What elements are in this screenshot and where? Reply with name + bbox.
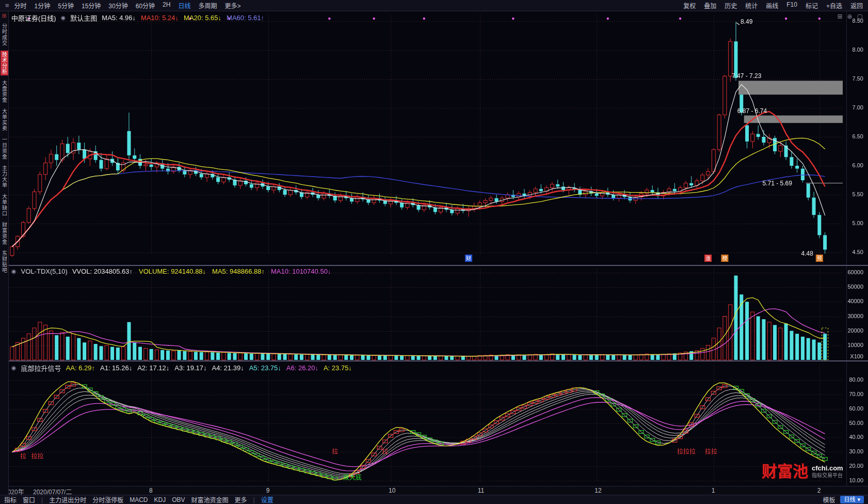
volume-axis-label: 60000 (847, 269, 863, 275)
price-axis-label: 7.50 (853, 75, 863, 82)
indicator-panel-header: ◉ 底部拉升信号 AA: 6.29↑A1: 15.26↓A2: 17.12↓A3… (11, 363, 352, 373)
legend-item-MA5: MA5: 948866.88↑ (212, 267, 265, 275)
menu-icon[interactable]: ≡ (5, 2, 9, 9)
indicator-name[interactable]: 底部拉升信号 (21, 363, 61, 373)
bottom-item-KDJ[interactable]: KDJ (154, 496, 166, 503)
bottom-item-财富池资金图[interactable]: 财富池资金图 (191, 495, 229, 504)
period-tab-30分钟[interactable]: 30分钟 (108, 1, 127, 10)
left-sidebar: ⊞分时成交技术分析大盘资金大单买卖一日资金主力大单大单缺口财富资金东财贴吧 (0, 11, 9, 495)
volume-legend: VVOL: 2034805.63↑VOLUME: 924140.88↓MA5: … (72, 267, 331, 275)
watermark-tagline: 指标交易平台 (812, 472, 843, 479)
period-select-badge[interactable]: 日线 ▾ (840, 496, 864, 503)
watermark: 财富池 cfchi.com 指标交易平台 (762, 463, 843, 480)
period-tab-60分钟[interactable]: 60分钟 (136, 1, 155, 10)
layout-grid-icon[interactable]: ⊞ (838, 13, 843, 20)
gear-icon[interactable]: ◉ (11, 268, 17, 275)
bottom-item-更多[interactable]: 更多 (235, 495, 247, 504)
legend-item-VVOL: VVOL: 2034805.63↑ (72, 267, 133, 275)
action-画线[interactable]: 画线 (766, 1, 778, 10)
toolbar-separator: | (41, 496, 43, 503)
template-button[interactable]: 模板 (823, 495, 835, 504)
bottom-item-MACD[interactable]: MACD (130, 496, 148, 503)
sidebar-item-技术分析[interactable]: 技术分析 (1, 51, 8, 75)
bottom-item-设置[interactable]: 设置 (261, 495, 274, 504)
price-axis-label: 4.50 (853, 249, 863, 255)
period-tab-5分钟[interactable]: 5分钟 (58, 1, 74, 10)
panel-divider[interactable] (0, 265, 868, 266)
month-label-8: 8 (149, 487, 153, 494)
sidebar-item-大单缺口[interactable]: 大单缺口 (1, 193, 8, 217)
top-toolbar: ≡ 分时1分钟5分钟15分钟30分钟60分钟2H日线多周期更多> 复权叠加历史统… (0, 0, 868, 11)
pane-action-icons: ⊞⊕▢ (838, 13, 863, 20)
app-root: ≡ 分时1分钟5分钟15分钟30分钟60分钟2H日线多周期更多> 复权叠加历史统… (0, 0, 868, 504)
maximize-icon[interactable]: ▢ (857, 13, 863, 20)
legend-item-A2: A2: 17.12↓ (137, 364, 169, 372)
indicator-axis-label: 20.00 (849, 463, 863, 469)
price-axis-label: 6.50 (853, 133, 863, 139)
action-F10[interactable]: F10 (786, 1, 797, 10)
month-label-12: 12 (594, 487, 601, 494)
month-label-11: 11 (478, 487, 484, 494)
sidebar-item-大单买卖[interactable]: 大单买卖 (1, 107, 8, 132)
panel-divider[interactable] (0, 360, 868, 361)
overlay-selector[interactable]: 默认主图 (70, 13, 97, 23)
bottom-item-主力进出分时[interactable]: 主力进出分时 (49, 495, 86, 504)
bottom-item-窗口[interactable]: 窗口 (23, 495, 35, 504)
period-tab-分时[interactable]: 分时 (14, 1, 27, 10)
bottom-item-指标[interactable]: 指标 (4, 495, 17, 504)
period-tab-多周期[interactable]: 多周期 (198, 1, 217, 10)
action-复权[interactable]: 复权 (683, 1, 696, 10)
sidebar-top-icon[interactable]: ⊞ (2, 13, 6, 19)
price-axis-label: 8.00 (853, 46, 863, 53)
action-历史[interactable]: 历史 (725, 1, 737, 10)
price-axis-label: 6.00 (853, 162, 863, 168)
period-tab-1分钟[interactable]: 1分钟 (35, 1, 51, 10)
sidebar-item-大盘资金[interactable]: 大盘资金 (1, 79, 8, 104)
volume-chart-canvas[interactable] (9, 266, 868, 361)
toolbar-separator: | (253, 496, 255, 503)
indicator-axis-label: 40.00 (849, 434, 863, 440)
indicator-axis-label: 60.00 (849, 405, 863, 412)
sidebar-item-分时成交[interactable]: 分时成交 (1, 22, 8, 47)
legend-item-MA10: MA10: 1010740.50↓ (271, 267, 331, 275)
sidebar-item-主力大单[interactable]: 主力大单 (1, 164, 8, 189)
sidebar-item-财富资金[interactable]: 财富资金 (1, 221, 8, 246)
period-tab-日线[interactable]: 日线 (178, 1, 190, 10)
legend-item-A4: A4: 21.39↓ (212, 364, 244, 372)
legend-item-A: A: 23.75↓ (324, 364, 352, 372)
action-+自选[interactable]: +自选 (826, 1, 842, 10)
volume-axis-label: 50000 (847, 284, 863, 290)
indicator-legend: AA: 6.29↑A1: 15.26↓A2: 17.12↓A3: 19.17↓A… (66, 364, 352, 372)
sidebar-item-一日资金[interactable]: 一日资金 (1, 136, 8, 161)
period-tab-15分钟[interactable]: 15分钟 (82, 1, 101, 10)
action-标记[interactable]: 标记 (806, 1, 818, 10)
price-axis-label: 5.50 (853, 191, 863, 197)
volume-unit-label: X100 (850, 353, 863, 359)
sidebar-item-东财贴吧[interactable]: 东财贴吧 (1, 249, 8, 274)
indicator-chart-canvas[interactable] (9, 361, 868, 486)
indicator-axis-label: 70.00 (849, 391, 863, 397)
legend-item-MA60: MA60: 5.61↑ (227, 14, 264, 22)
legend-item-AA: AA: 6.29↑ (66, 364, 95, 372)
action-叠加[interactable]: 叠加 (704, 1, 716, 10)
main-chart-header: 中原证券(日线) ◉ 默认主图 MA5: 4.96↓MA10: 5.24↓MA2… (11, 13, 264, 23)
action-统计[interactable]: 统计 (745, 1, 758, 10)
legend-item-MA5: MA5: 4.96↓ (102, 14, 136, 22)
bottom-toolbar-items: 指标窗口|主力进出分时分时涨停板MACDKDJOBV财富池资金图更多|设置 (4, 495, 274, 504)
bottom-item-OBV[interactable]: OBV (172, 496, 185, 503)
bottom-item-分时涨停板[interactable]: 分时涨停板 (92, 495, 123, 504)
legend-item-A5: A5: 23.75↓ (249, 364, 281, 372)
volume-indicator-name[interactable]: VOL-TDX(5,10) (21, 267, 68, 275)
period-tab-更多>[interactable]: 更多> (224, 1, 240, 10)
action-返回[interactable]: 返回 (850, 1, 863, 10)
gear-icon[interactable]: ◉ (11, 365, 17, 371)
zoom-in-icon[interactable]: ⊕ (847, 13, 853, 20)
main-chart-canvas[interactable] (9, 11, 868, 266)
time-axis (0, 486, 868, 495)
month-label-10: 10 (389, 487, 395, 494)
period-tab-2H[interactable]: 2H (163, 1, 170, 10)
volume-panel-header: ◉ VOL-TDX(5,10) VVOL: 2034805.63↑VOLUME:… (11, 267, 331, 275)
period-select-label: 日线 (844, 496, 855, 503)
gear-icon[interactable]: ◉ (61, 14, 66, 21)
legend-item-A6: A6: 26.20↓ (286, 364, 318, 372)
